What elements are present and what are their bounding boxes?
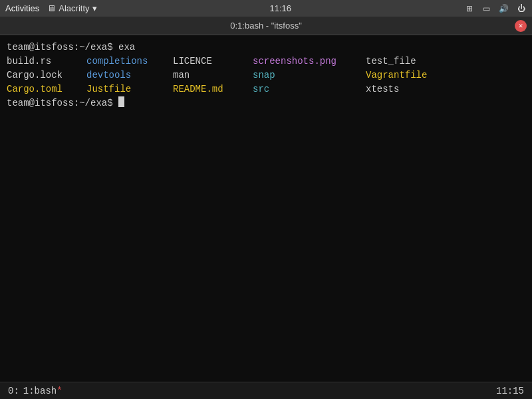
file-row-2: Cargo.lock devtools man snap Vagrantfile xyxy=(7,68,525,82)
file-build-rs: build.rs xyxy=(7,55,86,68)
status-time: 11:15 xyxy=(496,386,524,396)
system-tray: ⊞ ▭ 🔊 ⏻ xyxy=(464,3,527,14)
file-completions: completions xyxy=(86,55,173,68)
file-xtests: xtests xyxy=(366,82,452,96)
file-devtools: devtools xyxy=(86,68,173,82)
tab-name-text[interactable]: 1:bash xyxy=(23,386,57,396)
file-licence: LICENCE xyxy=(173,55,253,68)
file-cargo-toml: Cargo.toml xyxy=(7,82,86,96)
file-vagrantfile: Vagrantfile xyxy=(366,68,452,82)
command: exa xyxy=(118,41,135,55)
terminal-titlebar: 0:1:bash - "itsfoss" ✕ xyxy=(0,17,532,35)
command-line: team@itsfoss:~/exa$ exa xyxy=(7,41,525,55)
tab-name: 1:bash* xyxy=(23,386,63,396)
file-cargo-lock: Cargo.lock xyxy=(7,68,86,82)
system-bar: Activities 🖥 Alacritty ▾ 11:16 ⊞ ▭ 🔊 ⏻ xyxy=(0,0,532,17)
terminal-title: 0:1:bash - "itsfoss" xyxy=(230,21,302,31)
terminal-window: 0:1:bash - "itsfoss" ✕ team@itsfoss:~/ex… xyxy=(0,17,532,399)
file-man: man xyxy=(173,68,253,82)
alacritty-menu[interactable]: 🖥 Alacritty ▾ xyxy=(47,3,96,13)
chevron-down-icon: ▾ xyxy=(92,3,97,13)
volume-icon: 🔊 xyxy=(499,3,509,14)
alacritty-icon: 🖥 xyxy=(47,3,56,13)
window-icon: ▭ xyxy=(481,3,492,14)
file-row-1: build.rs completions LICENCE screenshots… xyxy=(7,55,525,68)
tab-index: 0: xyxy=(8,386,19,396)
status-bar: 0: 1:bash* 11:15 xyxy=(0,382,532,399)
system-clock: 11:16 xyxy=(269,3,291,13)
status-left: 0: 1:bash* xyxy=(8,386,63,396)
file-row-3: Cargo.toml Justfile README.md src xtests xyxy=(7,82,525,96)
cursor xyxy=(118,96,124,107)
file-readme: README.md xyxy=(173,82,253,96)
grid-icon: ⊞ xyxy=(464,3,475,14)
alacritty-text: Alacritty xyxy=(59,3,89,13)
tab-asterisk: * xyxy=(57,386,62,396)
file-src: src xyxy=(253,82,366,96)
next-prompt-line: team@itsfoss:~/exa$ xyxy=(7,96,525,110)
file-screenshots: screenshots.png xyxy=(253,55,366,68)
file-snap: snap xyxy=(253,68,366,82)
prompt2: team@itsfoss:~/exa$ xyxy=(7,96,118,110)
file-justfile: Justfile xyxy=(86,82,173,96)
terminal-content[interactable]: team@itsfoss:~/exa$ exa build.rs complet… xyxy=(0,35,532,382)
activities-button[interactable]: Activities xyxy=(5,3,39,13)
system-bar-left: Activities 🖥 Alacritty ▾ xyxy=(5,3,97,13)
power-icon: ⏻ xyxy=(516,3,527,14)
prompt1: team@itsfoss:~/exa$ xyxy=(7,41,118,55)
file-test-file: test_file xyxy=(366,55,452,68)
close-button[interactable]: ✕ xyxy=(515,20,527,32)
